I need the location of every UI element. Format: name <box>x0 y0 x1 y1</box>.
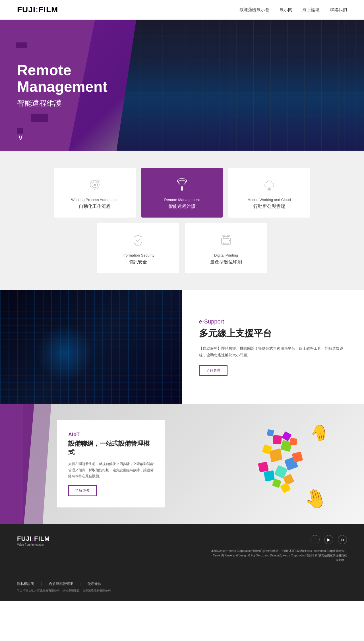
hero-deco-1 <box>16 42 27 48</box>
svg-rect-8 <box>227 235 229 236</box>
footer-copyright: © 台灣富士軟片資訊股份有限公司 網站系統建置：巨創策略股份有限公司 <box>17 589 111 593</box>
nav-contact[interactable]: 聯絡我們 <box>330 7 347 13</box>
hero-subtitle: 智能遠程維護 <box>17 98 107 108</box>
aiot-learn-more-btn[interactable]: 了解更多 <box>68 485 97 496</box>
esupport-label: e-Support <box>199 318 347 325</box>
hero-chevron-icon[interactable]: ∨ <box>18 133 24 142</box>
svg-rect-4 <box>223 236 229 239</box>
hero-overlay <box>117 20 364 151</box>
card4-title: Information Security <box>121 253 154 257</box>
footer-divider-1: ｜ <box>40 581 43 586</box>
card2-subtitle: 智能遠程維護 <box>168 204 196 210</box>
facebook-icon[interactable]: f <box>311 535 320 544</box>
esupport-content-side: e-Support 多元線上支援平台 【自助服務】即時救援、排除問題！提供各式售… <box>182 290 364 404</box>
footer-links: 隱私權說明 ｜ 合規與風險管理 ｜ 使用條款 <box>17 581 111 586</box>
mobile-cloud-icon <box>262 178 276 194</box>
footer-top: FUJI:FILM Value from Innovation f ▶ in 本… <box>17 535 347 562</box>
main-nav: 歡迎蒞臨展示會 展示間 線上論壇 聯絡我們 <box>239 7 347 13</box>
server-glow <box>36 324 93 381</box>
svg-rect-5 <box>223 242 229 244</box>
security-icon <box>131 234 145 249</box>
footer-logo-area: FUJI:FILM Value from Innovation <box>17 535 50 546</box>
esupport-image <box>0 290 182 404</box>
services-section: Working Process Automation 自動化工作流程 Remot… <box>0 151 364 290</box>
services-grid-bottom: Information Security 資訊安全 Digital Printi… <box>97 223 267 273</box>
card5-subtitle: 量產型數位印刷 <box>210 259 242 265</box>
aiot-content: AIoT 設備聯網，一站式設備管理模式 如何在問題發生前，就提前解決？四步驟，立… <box>57 420 165 507</box>
card3-subtitle: 行動辦公與雲端 <box>253 204 285 210</box>
card1-subtitle: 自動化工作流程 <box>79 204 111 210</box>
footer-social: f ▶ in <box>311 535 347 544</box>
svg-point-2 <box>181 187 183 188</box>
card5-title: Digital Printing <box>214 253 238 257</box>
aiot-description: 如何在問題發生前，就提前解決？四步驟，立即啟動智能管理／預測，採取預防措施，避免… <box>68 461 154 480</box>
card4-subtitle: 資訊安全 <box>129 259 147 265</box>
header: FUJI:FILM 歡迎蒞臨展示會 展示間 線上論壇 聯絡我們 <box>0 0 364 20</box>
printing-icon <box>219 234 233 249</box>
footer-legal-1: 本網站包含由Xerox Corporation授權的Fuji Xerox產品，並… <box>210 549 347 553</box>
remote-icon <box>175 178 189 194</box>
nav-showroom[interactable]: 展示間 <box>280 7 292 13</box>
logo: FUJI:FILM <box>17 5 58 14</box>
hero-deco-2 <box>31 114 48 122</box>
service-card-automation[interactable]: Working Process Automation 自動化工作流程 <box>54 168 136 218</box>
footer-link-compliance[interactable]: 合規與風險管理 <box>49 581 73 586</box>
footer: FUJI:FILM Value from Innovation f ▶ in 本… <box>0 524 364 601</box>
services-grid-top: Working Process Automation 自動化工作流程 Remot… <box>54 168 310 218</box>
footer-bottom: 隱私權說明 ｜ 合規與風險管理 ｜ 使用條款 © 台灣富士軟片資訊股份有限公司 … <box>17 571 347 593</box>
nav-forum[interactable]: 線上論壇 <box>303 7 320 13</box>
hero-content: Remote Management 智能遠程維護 <box>0 62 107 108</box>
service-card-mobile[interactable]: Mobile Working and Cloud 行動辦公與雲端 <box>228 168 310 218</box>
card1-title: Working Process Automation <box>71 198 119 202</box>
footer-bottom-left: 隱私權說明 ｜ 合規與風險管理 ｜ 使用條款 © 台灣富士軟片資訊股份有限公司 … <box>17 576 111 593</box>
linkedin-icon[interactable]: in <box>338 535 347 544</box>
esupport-title: 多元線上支援平台 <box>199 327 347 340</box>
nav-exhibit[interactable]: 歡迎蒞臨展示會 <box>239 7 269 13</box>
footer-divider-2: ｜ <box>78 581 82 586</box>
esupport-section: e-Support 多元線上支援平台 【自助服務】即時救援、排除問題！提供各式售… <box>0 290 364 404</box>
aiot-title: 設備聯網，一站式設備管理模式 <box>68 439 154 456</box>
footer-logo-sub: Value from Innovation <box>17 543 50 546</box>
footer-legal-2: Xerox 與 Xerox and Design & Fuji Xerox an… <box>210 553 347 562</box>
hand-top-icon: 🤚 <box>309 423 331 444</box>
aiot-cubes-visual: 🤚 🤚 <box>233 421 330 507</box>
card3-title: Mobile Working and Cloud <box>248 198 291 202</box>
service-card-remote[interactable]: Remote Management 智能遠程維護 <box>141 168 223 218</box>
aiot-label: AIoT <box>68 432 154 438</box>
hero-title: Remote Management <box>17 62 107 95</box>
aiot-section: AIoT 設備聯網，一站式設備管理模式 如何在問題發生前，就提前解決？四步驟，立… <box>0 404 364 524</box>
footer-link-terms[interactable]: 使用條款 <box>88 581 101 586</box>
esupport-description: 【自助服務】即時救援、排除問題！提供各式售後服務平台，線上教學工具，即時遠端連線… <box>199 345 347 358</box>
youtube-icon[interactable]: ▶ <box>324 535 333 544</box>
footer-link-privacy[interactable]: 隱私權說明 <box>17 581 34 586</box>
service-card-printing[interactable]: Digital Printing 量產型數位印刷 <box>185 223 267 273</box>
svg-point-6 <box>229 240 230 241</box>
hero-banner: Remote Management 智能遠程維護 ∨ <box>0 20 364 151</box>
card2-title: Remote Management <box>164 198 200 202</box>
esupport-content: e-Support 多元線上支援平台 【自助服務】即時救援、排除問題！提供各式售… <box>199 318 347 376</box>
svg-rect-7 <box>223 235 225 236</box>
svg-point-1 <box>94 184 96 186</box>
svg-rect-3 <box>222 238 231 244</box>
service-card-security[interactable]: Information Security 資訊安全 <box>97 223 179 273</box>
esupport-learn-more-btn[interactable]: 了解更多 <box>199 365 228 376</box>
automation-icon <box>88 178 102 194</box>
footer-legal-text: 本網站包含由Xerox Corporation授權的Fuji Xerox產品，並… <box>210 549 347 562</box>
footer-logo: FUJI:FILM <box>17 535 50 542</box>
